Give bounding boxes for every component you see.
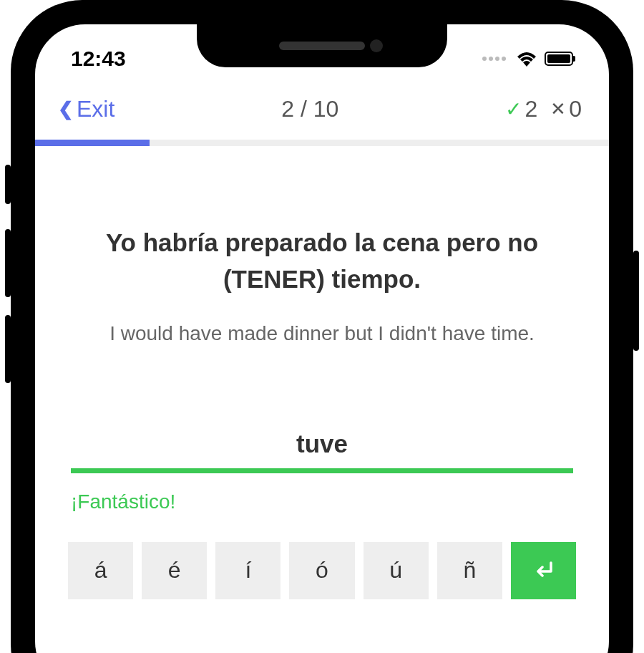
answer-input[interactable]: tuve [71,430,573,473]
score-wrong: ✕ 0 [550,96,582,122]
battery-icon [545,52,573,66]
speaker [279,42,365,50]
content: Yo habría preparado la cena pero no (TEN… [35,146,609,347]
exit-label: Exit [77,96,114,122]
correct-count: 2 [525,96,537,122]
camera [370,39,383,52]
accent-key-o[interactable]: ó [289,542,354,599]
accent-key-a[interactable]: á [68,542,133,599]
feedback-text: ¡Fantástico! [71,490,573,513]
accent-key-i[interactable]: í [215,542,280,599]
accent-keyboard: á é í ó ú ñ [35,513,609,599]
score: ✓ 2 ✕ 0 [505,96,582,122]
question-translation: I would have made dinner but I didn't ha… [71,319,573,347]
notch [197,24,447,67]
volume-up-button [5,229,11,297]
chevron-left-icon: ❮ [58,98,74,120]
score-correct: ✓ 2 [505,96,537,122]
enter-key[interactable] [511,542,576,599]
phone-frame: 12:43 [11,0,633,653]
status-icons [482,51,573,67]
volume-down-button [5,315,11,383]
x-icon: ✕ [550,98,566,120]
status-time: 12:43 [71,47,126,71]
screen: 12:43 [35,24,609,653]
nav-bar: ❮ Exit 2 / 10 ✓ 2 ✕ 0 [35,82,609,140]
enter-icon [531,560,555,581]
signal-dots-icon [482,57,506,61]
phone-inner: 12:43 [31,20,613,653]
exit-button[interactable]: ❮ Exit [58,96,114,122]
accent-key-e[interactable]: é [142,542,207,599]
accent-key-n[interactable]: ñ [437,542,502,599]
wrong-count: 0 [569,96,582,122]
progress-bar [35,140,609,146]
answer-section: tuve ¡Fantástico! [35,430,609,513]
mute-switch [5,165,11,204]
question-prompt: Yo habría preparado la cena pero no (TEN… [71,225,573,298]
progress-counter: 2 / 10 [281,96,338,122]
power-button [633,251,639,351]
check-icon: ✓ [505,97,522,121]
wifi-icon [516,51,537,67]
progress-fill [35,140,150,146]
accent-key-u[interactable]: ú [364,542,429,599]
